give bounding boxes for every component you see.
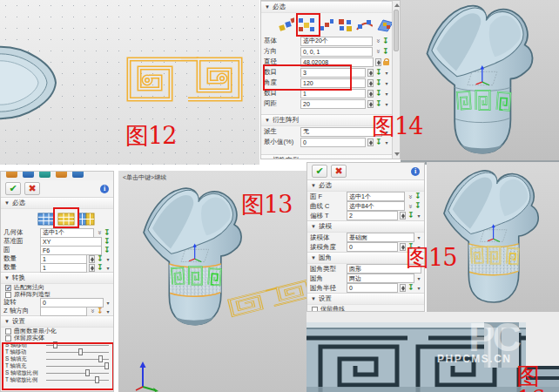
slider-thumb[interactable] [78, 348, 83, 355]
collapse-icon[interactable]: ▼ [311, 224, 316, 229]
number2-input[interactable]: 1 [300, 89, 366, 98]
number-input[interactable]: 3 [300, 68, 366, 78]
pick-arrow-icon[interactable]: ↧ [104, 247, 111, 254]
slider-thumb[interactable] [95, 376, 99, 383]
pick-arrow-icon[interactable]: ↧ [414, 202, 421, 210]
pick-arrow-icon[interactable]: ↧ [375, 100, 382, 108]
dropdown-caret-icon[interactable]: ▾ [384, 70, 389, 76]
spinner[interactable] [89, 255, 95, 263]
dropdown-caret-icon[interactable]: ▾ [384, 91, 389, 97]
dropdown-caret-icon[interactable]: ▾ [105, 256, 111, 262]
spinner[interactable] [400, 212, 406, 220]
info-icon[interactable]: i [411, 167, 420, 176]
pick-arrow-icon[interactable]: ↧ [375, 79, 382, 87]
spinner[interactable] [367, 100, 374, 108]
dropdown-caret-icon[interactable]: ▾ [384, 101, 389, 107]
spinner[interactable] [375, 58, 381, 66]
dropdown-caret-icon[interactable]: ▾ [416, 285, 421, 291]
dropdown-caret-icon[interactable]: ▾ [416, 213, 421, 219]
pick-arrow-icon[interactable]: ↧ [375, 69, 382, 77]
expand-chevron-icon[interactable]: » [407, 203, 414, 209]
cancel-button[interactable]: ✖ [331, 165, 347, 178]
slider-track[interactable] [46, 380, 109, 381]
at-curves-pattern-icon[interactable] [356, 17, 372, 32]
collapse-icon[interactable]: ▼ [4, 200, 10, 206]
lock-icon[interactable] [383, 58, 389, 65]
dropdown-caret-icon[interactable]: ▾ [105, 308, 111, 314]
dropdown-caret-icon[interactable]: ▾ [384, 139, 389, 145]
pick-arrow-icon[interactable]: ↧ [104, 229, 111, 237]
min-value-input[interactable]: 0 [300, 138, 366, 147]
diameter-input[interactable]: 48.02008 [300, 57, 374, 67]
slider-track[interactable] [46, 352, 109, 353]
fillet-select[interactable]: 两边 [347, 274, 414, 283]
derive-select[interactable]: 无 [300, 127, 382, 137]
linear-pattern-icon[interactable] [279, 17, 294, 32]
checkbox[interactable] [5, 285, 11, 291]
section-settings[interactable]: ▼ 设置 [307, 293, 424, 305]
meander-sketch[interactable] [124, 54, 246, 106]
dropdown-caret-icon[interactable]: ▾ [105, 265, 111, 271]
ok-button[interactable]: ✔ [312, 165, 327, 178]
slider-thumb[interactable] [85, 369, 90, 376]
base-input[interactable]: 选中20个 [300, 37, 373, 46]
collapse-icon[interactable]: ▼ [311, 296, 316, 301]
circular-pattern-icon[interactable] [298, 17, 313, 32]
info-icon[interactable]: i [100, 185, 109, 193]
dropdown-caret-icon[interactable]: ▾ [105, 300, 111, 306]
pick-arrow-icon[interactable]: ↧ [97, 264, 104, 272]
pick-arrow-icon[interactable]: ↧ [375, 90, 382, 98]
wrap-to-face-icon[interactable] [57, 213, 75, 226]
polygon-pattern-icon[interactable] [318, 17, 333, 32]
spinner[interactable] [400, 243, 406, 251]
face-f-input[interactable]: 选中1个 [347, 192, 405, 201]
expand-chevron-icon[interactable]: » [96, 230, 103, 236]
draft-angle-input[interactable]: 0 [347, 242, 398, 252]
direction-input[interactable]: 0, 0, 1 [300, 47, 373, 57]
dropdown-caret-icon[interactable]: ▾ [384, 80, 389, 86]
section-required[interactable]: ▼ 必选 [261, 1, 392, 13]
expand-chevron-icon[interactable]: » [374, 38, 381, 44]
collapse-icon[interactable]: ▼ [4, 319, 10, 324]
section-required[interactable]: ▼ 必选 [307, 179, 424, 192]
expand-chevron-icon[interactable]: » [89, 308, 96, 314]
pick-arrow-icon[interactable]: ↧ [104, 238, 111, 246]
spinner[interactable] [89, 264, 95, 272]
spinner[interactable] [400, 284, 406, 292]
section-transform[interactable]: ▼ 转换 [1, 272, 113, 284]
ok-button[interactable]: ✔ [5, 182, 21, 195]
collapse-icon[interactable]: ▼ [265, 4, 270, 10]
slider-thumb[interactable] [104, 362, 109, 369]
spacing-input[interactable]: 20 [300, 99, 366, 109]
wrap-to-curve-icon[interactable] [77, 213, 95, 226]
section-toggle-instance[interactable]: ▼ 切换实例 [261, 154, 392, 159]
slider-track[interactable] [46, 359, 109, 360]
count-v-input[interactable]: 1 [40, 263, 87, 273]
pick-arrow-icon[interactable]: ↧ [97, 255, 104, 263]
curve-c-input[interactable]: 选中84个 [347, 201, 405, 211]
offset-t-input[interactable]: 2 [347, 211, 398, 220]
spinner[interactable] [367, 79, 374, 87]
section-settings[interactable]: ▼ 设置 [1, 315, 113, 328]
pick-arrow-icon[interactable]: ↧ [407, 212, 414, 220]
expand-chevron-icon[interactable]: » [407, 193, 414, 199]
pick-arrow-orange-icon[interactable]: ↧ [97, 308, 104, 315]
section-required[interactable]: ▼ 必选 [1, 197, 113, 209]
at-face-pattern-icon[interactable] [376, 17, 392, 32]
slider-track[interactable] [46, 373, 109, 374]
dropdown-caret-icon[interactable]: ▾ [416, 234, 421, 240]
collapse-icon[interactable]: ▼ [265, 158, 270, 159]
collapse-icon[interactable]: ▼ [265, 118, 270, 123]
checkbox[interactable] [5, 335, 11, 341]
slider-thumb[interactable] [53, 341, 57, 348]
pick-arrow-icon[interactable]: ↧ [414, 193, 421, 200]
pick-arrow-icon[interactable]: ↧ [407, 284, 414, 292]
pick-arrow-icon[interactable]: ↧ [382, 48, 389, 56]
expand-chevron-icon[interactable]: » [374, 49, 381, 55]
slider-track[interactable] [46, 345, 109, 346]
collapse-icon[interactable]: ▼ [311, 183, 316, 188]
collapse-icon[interactable]: ▼ [4, 275, 10, 280]
checkbox[interactable] [5, 292, 11, 298]
slider-thumb[interactable] [98, 355, 103, 362]
pick-arrow-icon[interactable]: ↧ [382, 37, 389, 45]
